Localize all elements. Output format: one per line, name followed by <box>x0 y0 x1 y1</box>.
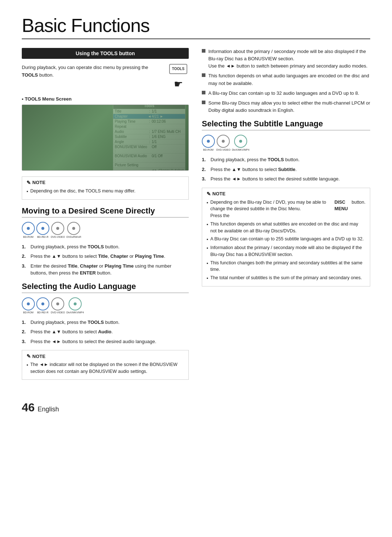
bullet-marker <box>202 49 205 53</box>
subtitle-note-title: ✎ NOTE <box>207 191 366 197</box>
tools-desc-bold: TOOLS <box>22 72 38 78</box>
left-column: Using the TOOLS button During playback, … <box>22 48 189 386</box>
subtitle-disc-icons: BD-ROM DVD-VIDEO DivX/MKV/MP4 <box>202 135 370 151</box>
subtitle-note-bullet-6: The total number of subtitles is the sum… <box>207 274 366 282</box>
moving-disc-bd-re: BD-RE/-R <box>36 222 49 238</box>
page-footer: 46 English <box>22 401 370 414</box>
subtitle-disc-dvd-video: DVD-VIDEO <box>216 135 230 151</box>
subtitle-note-bullet-5: This function changes both the primary a… <box>207 260 366 273</box>
right-bullet-1: Information about the primary / secondar… <box>202 48 370 70</box>
tools-desc-before: During playback, you can operate disc me… <box>22 65 148 70</box>
audio-step-2: 2. Press the ▲▼ buttons to select Audio. <box>22 328 189 335</box>
moving-section: Moving to a Desired Scene Directly BD-RO… <box>22 206 189 277</box>
bullet-marker <box>202 73 205 77</box>
tools-description-text: During playback, you can operate disc me… <box>22 64 164 79</box>
bullet-marker <box>202 101 205 104</box>
tools-menu-screen-label: • TOOLS Menu Screen <box>22 96 189 102</box>
page-language: English <box>38 406 59 413</box>
pencil-icon-subtitle: ✎ <box>207 191 211 197</box>
audio-section: Selecting the Audio Language BD-ROM BD-R… <box>22 282 189 380</box>
subtitle-note-bullet-3: A Blu-ray Disc can contain up to 255 sub… <box>207 236 366 243</box>
audio-note: ✎ NOTE The ◄► indicator will not be disp… <box>22 350 189 380</box>
subtitle-section: Selecting the Subtitle Language BD-ROM D… <box>202 119 370 286</box>
audio-disc-divx: DivX/MKV/MP4 <box>66 297 84 314</box>
audio-disc-dvd-video: DVD-VIDEO <box>51 297 65 314</box>
subtitle-steps: 1. During playback, press the TOOLS butt… <box>202 156 370 183</box>
moving-disc-bd-rom: BD-ROM <box>22 222 35 238</box>
page-number: 46 <box>22 401 35 414</box>
tools-section-header: Using the TOOLS button <box>22 48 189 59</box>
moving-step-2: 2. Press the ▲▼ buttons to select Title,… <box>22 253 189 260</box>
tools-note-bullet-1: Depending on the disc, the TOOLS menu ma… <box>26 188 184 195</box>
subtitle-note-bullet-2: This function depends on what subtitles … <box>207 221 366 235</box>
moving-disc-dvd-rw: DVD±RW/±R <box>66 222 81 238</box>
right-bullet-2: This function depends on what audio lang… <box>202 72 370 87</box>
moving-step-3: 3. Enter the desired Title, Chapter or P… <box>22 263 189 277</box>
audio-disc-icons: BD-ROM BD-RE/-R DVD-VIDEO DivX/MKV/MP4 <box>22 297 189 314</box>
moving-step-1: 1. During playback, press the TOOLS butt… <box>22 243 189 251</box>
audio-steps: 1. During playback, press the TOOLS butt… <box>22 319 189 345</box>
hand-icon: ☛ <box>174 76 183 93</box>
moving-disc-dvd-video: DVD-VIDEO <box>51 222 65 238</box>
subtitle-note: ✎ NOTE Depending on the Blu-ray Disc / D… <box>202 188 370 286</box>
right-bullet-3: A Blu-ray Disc can contain up to 32 audi… <box>202 90 370 97</box>
tools-desc-after: button. <box>39 72 54 78</box>
tools-note: ✎ NOTE Depending on the disc, the TOOLS … <box>22 176 189 200</box>
page-title: Basic Functions <box>22 15 370 39</box>
tools-button-label: TOOLS <box>169 64 187 74</box>
subtitle-note-label: NOTE <box>212 191 225 196</box>
right-bullet-4: Some Blu-ray Discs may allow you to sele… <box>202 99 370 114</box>
audio-disc-bd-rom: BD-ROM <box>22 297 35 314</box>
tools-button-graphic: TOOLS ☛ <box>168 64 189 93</box>
audio-step-1: 1. During playback, press the TOOLS butt… <box>22 319 189 326</box>
subtitle-section-heading: Selecting the Subtitle Language <box>202 119 370 130</box>
pencil-icon: ✎ <box>26 180 31 186</box>
audio-note-bullet-1: The ◄► indicator will not be displayed o… <box>26 361 184 375</box>
tools-description: During playback, you can operate disc me… <box>22 64 189 93</box>
subtitle-note-bullet-4: Information about the primary / secondar… <box>207 244 366 258</box>
subtitle-step-2: 2. Press the ▲▼ buttons to select Subtit… <box>202 166 370 173</box>
subtitle-step-3: 3. Press the ◄► buttons to select the de… <box>202 175 370 183</box>
right-top-bullets: Information about the primary / secondar… <box>202 48 370 114</box>
moving-steps: 1. During playback, press the TOOLS butt… <box>22 243 189 277</box>
subtitle-disc-divx: DivX/MKV/MP4 <box>232 135 249 151</box>
right-column: Information about the primary / secondar… <box>202 48 370 386</box>
tools-note-label: NOTE <box>32 180 45 185</box>
subtitle-note-bullet-1: Depending on the Blu-ray Disc / DVD, you… <box>207 199 366 219</box>
moving-disc-icons: BD-ROM BD-RE/-R DVD-VIDEO DVD±RW/±R <box>22 222 189 238</box>
audio-note-title: ✎ NOTE <box>26 353 184 359</box>
bullet-marker <box>202 91 205 94</box>
tools-menu-screen: Tools Title : 1/1 Chapter ◄ 4/21 ► Playi… <box>22 105 189 171</box>
audio-section-heading: Selecting the Audio Language <box>22 282 189 293</box>
audio-step-3: 3. Press the ◄► buttons to select the de… <box>22 338 189 345</box>
moving-section-heading: Moving to a Desired Scene Directly <box>22 206 189 217</box>
tools-menu-background: Tools Title : 1/1 Chapter ◄ 4/21 ► Playi… <box>22 105 188 170</box>
tools-note-title: ✎ NOTE <box>26 180 184 186</box>
subtitle-disc-bd-rom: BD-ROM <box>202 135 215 151</box>
pencil-icon-audio: ✎ <box>26 353 31 359</box>
audio-disc-bd-re: BD-RE/-R <box>36 297 49 314</box>
audio-note-label: NOTE <box>32 354 45 359</box>
subtitle-step-1: 1. During playback, press the TOOLS butt… <box>202 156 370 163</box>
